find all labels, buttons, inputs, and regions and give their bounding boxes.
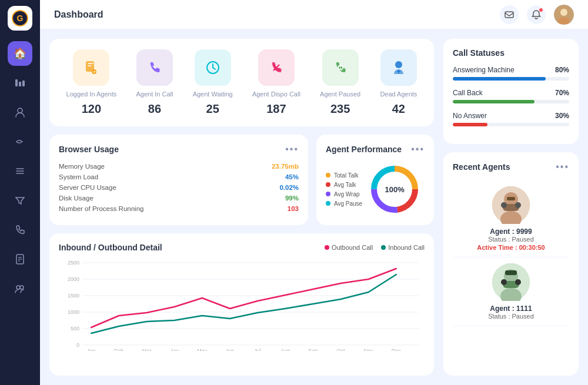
logged-in-agents-icon [73, 49, 109, 86]
usage-label-sysload: System Load [59, 173, 98, 180]
browser-usage-menu[interactable]: ••• [285, 144, 299, 155]
svg-text:Jan: Jan [87, 348, 96, 351]
status-label-callback: Call Back [453, 89, 483, 97]
dead-agents-label: Dead Agents [380, 91, 417, 98]
status-answering-machine: Answering Machine 80% [453, 66, 569, 81]
svg-point-61 [501, 202, 507, 208]
agent-paused-label: Agent Paused [320, 91, 360, 98]
logged-in-agents-label: Logged In Agents [66, 91, 117, 98]
agent-paused-value: 235 [330, 102, 350, 116]
agent-paused-icon [322, 49, 359, 86]
usage-label-disk: Disk Usage [59, 195, 93, 202]
agent-avatar-1111 [492, 263, 530, 301]
donut-label: 100% [385, 185, 405, 194]
agent-waiting-label: Agent Waiting [193, 91, 233, 98]
legend-label-avg-pause: Avg Pause [334, 200, 362, 207]
svg-text:2000: 2000 [68, 276, 79, 282]
usage-label-cpu: Server CPU Usage [59, 184, 116, 191]
progress-bar-callback [453, 100, 569, 103]
agent-dispo-label: Agent Dispo Call [252, 91, 300, 98]
recent-agents-menu[interactable]: ••• [556, 162, 569, 172]
call-statuses-title: Call Statuses [453, 48, 505, 58]
usage-row-memory: Memory Usage 23.75mb [59, 163, 299, 170]
left-panel: Logged In Agents 120 Agent In Call 86 Ag… [49, 39, 434, 376]
donut-chart: 100% [368, 163, 421, 216]
agent-waiting-icon [195, 49, 231, 86]
agent-perf-menu[interactable]: ••• [411, 144, 425, 155]
svg-text:Mar: Mar [142, 348, 152, 351]
legend-avg-wrap: Avg Wrap [326, 191, 362, 197]
header-icons [500, 5, 574, 25]
agent-dispo-icon [258, 49, 295, 86]
content-area: Logged In Agents 120 Agent In Call 86 Ag… [40, 29, 588, 385]
svg-text:Jun: Jun [226, 348, 235, 351]
sidebar-item-list[interactable] [8, 159, 32, 183]
status-row-callback: Call Back 70% [453, 89, 569, 97]
notification-icon-button[interactable] [527, 5, 546, 24]
stat-agent-paused: Agent Paused 235 [320, 49, 360, 116]
svg-point-17 [560, 9, 567, 16]
main-content: Dashboard Logged In Age [40, 0, 588, 385]
browser-usage-header: Browser Usage ••• [59, 144, 299, 155]
sidebar-item-home[interactable]: 🏠 [8, 41, 32, 66]
svg-point-5 [18, 108, 22, 113]
progress-bar-answering [453, 77, 569, 81]
stats-row: Logged In Agents 120 Agent In Call 86 Ag… [49, 39, 434, 126]
agent-in-call-value: 86 [148, 102, 161, 116]
usage-label-processes: Number of Process Running [59, 205, 143, 212]
recent-agents-header: Recent Agents ••• [453, 162, 569, 172]
sidebar-item-filter[interactable] [8, 188, 32, 213]
svg-text:May: May [197, 348, 208, 351]
recent-agents-card: Recent Agents ••• Agent : 9999 Status : … [443, 152, 579, 376]
recent-agents-title: Recent Agents [453, 162, 510, 172]
svg-text:1000: 1000 [68, 309, 79, 315]
mail-icon-button[interactable] [500, 5, 519, 24]
usage-value-processes: 103 [288, 205, 299, 212]
browser-usage-title: Browser Usage [59, 145, 119, 154]
chart-header: Inbound / Outbound Detail Outbound Call … [59, 243, 425, 252]
sidebar-item-reports[interactable] [8, 71, 32, 95]
svg-rect-3 [19, 82, 21, 86]
notification-badge [539, 8, 543, 12]
stat-agent-in-call: Agent In Call 86 [136, 49, 173, 116]
stat-agent-dispo: Agent Dispo Call 187 [252, 49, 300, 116]
dead-agents-value: 42 [392, 102, 405, 116]
stat-logged-in-agents: Logged In Agents 120 [66, 49, 117, 116]
status-pct-callback: 70% [555, 89, 569, 97]
browser-usage-card: Browser Usage ••• Memory Usage 23.75mb S… [49, 135, 308, 225]
chart-title: Inbound / Outbound Detail [59, 243, 162, 252]
sidebar-item-docs[interactable] [8, 247, 32, 272]
status-label-no-answer: No Answer [453, 112, 487, 120]
svg-text:Dec: Dec [392, 348, 402, 351]
usage-value-disk: 99% [285, 195, 299, 202]
agent-9999-status: Status : Paused [488, 236, 534, 243]
agent-dispo-value: 187 [266, 102, 286, 116]
stat-dead-agents: Dead Agents 42 [380, 49, 417, 116]
legend-inbound: Inbound Call [381, 244, 425, 251]
sidebar-item-teams[interactable] [8, 276, 32, 301]
svg-rect-15 [505, 12, 513, 18]
usage-row-sysload: System Load 45% [59, 173, 299, 180]
svg-point-14 [20, 286, 24, 289]
agent-performance-card: Agent Performance ••• Total Talk Avg Tal… [316, 135, 434, 225]
legend-avg-pause: Avg Pause [326, 200, 362, 207]
svg-rect-4 [22, 81, 25, 86]
legend-dot-avg-pause [326, 201, 330, 206]
sidebar-item-users[interactable] [8, 100, 32, 125]
perf-legend: Total Talk Avg Talk Avg Wrap [326, 172, 362, 207]
page-title: Dashboard [54, 9, 103, 20]
sidebar-item-campaigns[interactable] [8, 129, 32, 154]
legend-outbound-label: Outbound Call [332, 244, 373, 251]
agent-1111-status: Status : Paused [488, 313, 534, 320]
sidebar-item-phone[interactable] [8, 217, 32, 242]
status-row-answering: Answering Machine 80% [453, 66, 569, 74]
svg-text:Jul: Jul [254, 348, 261, 351]
header: Dashboard [40, 0, 588, 29]
usage-label-memory: Memory Usage [59, 163, 105, 170]
agent-perf-title: Agent Performance [326, 145, 402, 154]
user-avatar[interactable] [554, 5, 574, 25]
legend-label-avg-wrap: Avg Wrap [334, 191, 360, 197]
legend-dot-avg-wrap [326, 192, 330, 196]
sidebar: G 🏠 [0, 0, 40, 385]
svg-point-27 [395, 61, 402, 68]
